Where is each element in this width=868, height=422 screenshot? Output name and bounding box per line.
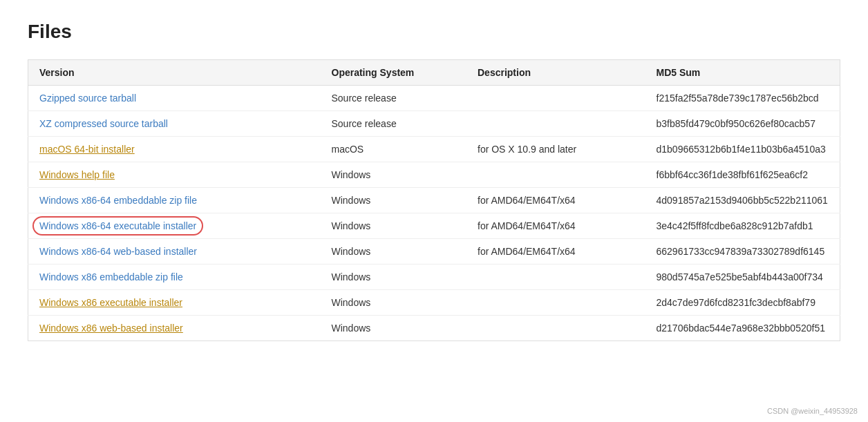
page-title: Files [28,21,840,43]
cell-version: Windows help file [28,162,321,188]
table-row: Windows x86-64 embeddable zip fileWindow… [28,188,840,213]
cell-md5: f6bbf64cc36f1de38fbf61f625ea6cf2 [645,162,840,188]
table-row: Windows x86 executable installerWindows2… [28,290,840,316]
version-link[interactable]: XZ compressed source tarball [39,118,168,129]
cell-os: Windows [321,265,467,290]
cell-os: macOS [321,137,467,162]
table-row: Windows x86-64 executable installerWindo… [28,213,840,239]
cell-os: Windows [321,188,467,213]
cell-version: Windows x86-64 web-based installer [28,239,321,265]
table-row: XZ compressed source tarballSource relea… [28,111,840,137]
table-row: Windows help fileWindowsf6bbf64cc36f1de3… [28,162,840,188]
version-link[interactable]: macOS 64-bit installer [39,144,135,155]
cell-md5: f215fa2f55a78de739c1787ec56b2bcd [645,86,840,111]
cell-description [466,316,645,341]
cell-os: Source release [321,111,467,137]
table-row: macOS 64-bit installermacOSfor OS X 10.9… [28,137,840,162]
cell-md5: 4d091857a2153d9406bb5c522b211061 [645,188,840,213]
cell-description: for AMD64/EM64T/x64 [466,188,645,213]
version-link[interactable]: Windows x86 embeddable zip file [39,271,183,282]
files-table: Version Operating System Description MD5… [28,59,840,341]
version-link[interactable]: Windows x86 web-based installer [39,323,183,334]
cell-os: Source release [321,86,467,111]
cell-description [466,111,645,137]
table-row: Windows x86 web-based installerWindowsd2… [28,316,840,341]
cell-os: Windows [321,213,467,239]
cell-os: Windows [321,162,467,188]
cell-version: macOS 64-bit installer [28,137,321,162]
cell-os: Windows [321,239,467,265]
cell-description [466,290,645,316]
version-link[interactable]: Windows x86 executable installer [39,297,182,308]
header-description: Description [466,60,645,86]
cell-version: Windows x86 web-based installer [28,316,321,341]
header-md5: MD5 Sum [645,60,840,86]
cell-description [466,265,645,290]
cell-version: Windows x86 executable installer [28,290,321,316]
cell-md5: 980d5745a7e525be5abf4b443a00f734 [645,265,840,290]
cell-description: for AMD64/EM64T/x64 [466,239,645,265]
cell-description [466,86,645,111]
table-row: Gzipped source tarballSource releasef215… [28,86,840,111]
cell-version: Gzipped source tarball [28,86,321,111]
version-link[interactable]: Gzipped source tarball [39,93,136,104]
cell-md5: 662961733cc947839a73302789df6145 [645,239,840,265]
table-row: Windows x86 embeddable zip fileWindows98… [28,265,840,290]
cell-description: for OS X 10.9 and later [466,137,645,162]
table-header-row: Version Operating System Description MD5… [28,60,840,86]
cell-description [466,162,645,188]
cell-md5: b3fb85fd479c0bf950c626ef80cacb57 [645,111,840,137]
cell-md5: 2d4c7de97d6fcd8231fc3decbf8abf79 [645,290,840,316]
cell-md5: d21706bdac544e7a968e32bbb0520f51 [645,316,840,341]
cell-os: Windows [321,316,467,341]
cell-md5: 3e4c42f5ff8fcdbe6a828c912b7afdb1 [645,213,840,239]
cell-version: XZ compressed source tarball [28,111,321,137]
version-link[interactable]: Windows x86-64 web-based installer [39,246,197,257]
version-link[interactable]: Windows help file [39,169,115,180]
table-row: Windows x86-64 web-based installerWindow… [28,239,840,265]
cell-version: Windows x86-64 embeddable zip file [28,188,321,213]
cell-os: Windows [321,290,467,316]
version-link[interactable]: Windows x86-64 embeddable zip file [39,195,197,206]
cell-description: for AMD64/EM64T/x64 [466,213,645,239]
version-link[interactable]: Windows x86-64 executable installer [39,220,196,231]
cell-md5: d1b09665312b6b1f4e11b03b6a4510a3 [645,137,840,162]
header-os: Operating System [321,60,467,86]
cell-version: Windows x86-64 executable installer [28,213,321,239]
header-version: Version [28,60,321,86]
cell-version: Windows x86 embeddable zip file [28,265,321,290]
